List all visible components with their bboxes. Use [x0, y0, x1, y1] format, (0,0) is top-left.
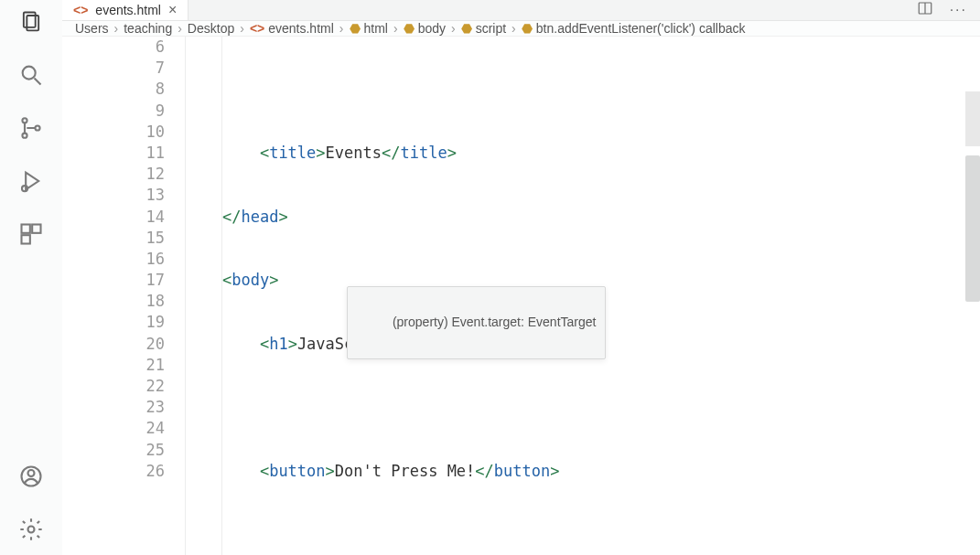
crumb-teaching: teaching — [124, 21, 172, 36]
line-number: 20 — [62, 334, 165, 355]
line-number: 14 — [62, 207, 165, 228]
line-number: 10 — [62, 122, 165, 143]
chevron-right-icon: › — [178, 21, 182, 36]
crumb-symbol-html: ⬣ html — [350, 21, 388, 36]
code-line: <button>Don't Press Me!</button> — [185, 461, 980, 482]
more-actions-icon[interactable]: ··· — [950, 2, 967, 18]
chevron-right-icon: › — [393, 21, 398, 36]
line-number: 11 — [62, 143, 165, 164]
line-number: 26 — [62, 461, 165, 482]
svg-point-6 — [35, 125, 39, 130]
svg-point-13 — [28, 470, 35, 476]
svg-rect-10 — [32, 225, 40, 233]
code-editor[interactable]: 67891011121314151617181920212223242526 <… — [62, 37, 980, 555]
svg-rect-11 — [22, 235, 30, 243]
svg-point-14 — [28, 527, 35, 533]
tab-actions: ··· — [917, 0, 980, 20]
svg-rect-9 — [22, 225, 30, 233]
code-line — [185, 397, 980, 418]
svg-rect-0 — [24, 13, 36, 27]
line-number: 7 — [62, 58, 165, 79]
symbol-icon: ⬣ — [461, 21, 472, 36]
line-number: 9 — [62, 101, 165, 122]
source-control-icon[interactable] — [18, 115, 44, 141]
chevron-right-icon: › — [451, 21, 456, 36]
crumb-symbol-script: ⬣ script — [461, 21, 506, 36]
hover-tooltip: (property) Event.target: EventTarget — [347, 286, 606, 359]
line-number: 24 — [62, 418, 165, 439]
svg-point-8 — [22, 186, 27, 191]
split-editor-icon[interactable] — [917, 0, 933, 20]
line-number: 23 — [62, 397, 165, 418]
line-number: 25 — [62, 440, 165, 461]
code-line — [185, 525, 980, 546]
symbol-icon: ⬣ — [350, 21, 361, 36]
account-icon[interactable] — [18, 464, 44, 489]
svg-point-5 — [22, 133, 27, 138]
crumb-users: Users — [75, 21, 109, 36]
extensions-icon[interactable] — [18, 221, 44, 247]
activity-bar — [0, 0, 62, 555]
line-number: 21 — [62, 355, 165, 376]
line-number: 8 — [62, 79, 165, 100]
tab-bar: <> events.html × ··· — [62, 0, 980, 21]
close-tab-icon[interactable]: × — [168, 2, 177, 18]
line-gutter: 67891011121314151617181920212223242526 — [62, 37, 185, 555]
settings-gear-icon[interactable] — [18, 517, 44, 542]
line-number: 22 — [62, 376, 165, 397]
line-number: 19 — [62, 312, 165, 333]
crumb-file: <> events.html — [250, 21, 334, 36]
line-number: 17 — [62, 270, 165, 291]
run-debug-icon[interactable] — [18, 168, 44, 194]
crumb-symbol-body: ⬣ body — [404, 21, 446, 36]
line-number: 13 — [62, 185, 165, 206]
line-number: 6 — [62, 37, 165, 58]
crumb-desktop: Desktop — [188, 21, 234, 36]
code-line: </head> — [185, 207, 980, 228]
app-root: <> events.html × ··· Users › teaching › … — [0, 0, 980, 555]
chevron-right-icon: › — [512, 21, 516, 36]
chevron-right-icon: › — [240, 21, 244, 36]
breadcrumbs[interactable]: Users › teaching › Desktop › <> events.h… — [62, 21, 980, 37]
code-area[interactable]: <title>Events</title> </head> <body> <h1… — [185, 37, 980, 555]
svg-rect-1 — [27, 16, 38, 30]
editor-main: <> events.html × ··· Users › teaching › … — [62, 0, 980, 555]
line-number: 15 — [62, 228, 165, 249]
scrollbar-thumb[interactable] — [965, 155, 980, 302]
line-number: 18 — [62, 291, 165, 312]
search-icon[interactable] — [18, 62, 44, 88]
svg-line-3 — [35, 79, 41, 85]
chevron-right-icon: › — [339, 21, 344, 36]
symbol-icon: ⬣ — [522, 21, 533, 36]
line-number: 16 — [62, 249, 165, 270]
explorer-icon[interactable] — [18, 9, 44, 35]
tab-events-html[interactable]: <> events.html × — [62, 0, 188, 20]
symbol-icon: ⬣ — [404, 21, 415, 36]
chevron-right-icon: › — [114, 21, 119, 36]
html-file-icon: <> — [250, 21, 264, 36]
code-line: <title>Events</title> — [185, 143, 980, 164]
svg-point-2 — [23, 67, 36, 80]
minimap-slider[interactable] — [965, 91, 980, 146]
svg-point-4 — [22, 118, 27, 123]
tab-filename: events.html — [95, 3, 161, 17]
crumb-symbol-callback: ⬣ btn.addEventListener('click') callback — [522, 21, 746, 36]
line-number: 12 — [62, 164, 165, 185]
html-file-icon: <> — [73, 3, 88, 17]
